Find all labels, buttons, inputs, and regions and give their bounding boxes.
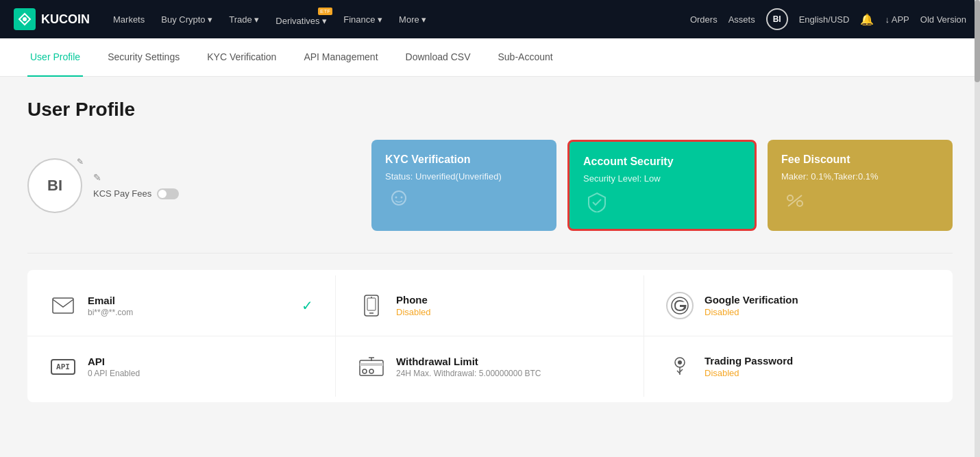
card-kyc-title: KYC Verification (385, 153, 543, 166)
tab-security-settings[interactable]: Security Settings (105, 38, 182, 77)
card-kyc[interactable]: KYC Verification Status: Unverified(Unve… (371, 140, 556, 231)
navbar-left: KUCOIN Markets Buy Crypto ▾ Trade ▾ ETF … (14, 8, 433, 30)
api-value: 0 API Enabled (88, 369, 140, 378)
tab-sub-account[interactable]: Sub-Account (495, 38, 555, 77)
email-icon (49, 292, 77, 319)
api-info: API 0 API Enabled (88, 356, 140, 378)
main-content: User Profile BI ✎ ✎ KCS Pay Fees KYC Ver… (0, 77, 980, 457)
security-row-2: API API 0 API Enabled (27, 336, 953, 397)
svg-point-17 (369, 369, 373, 373)
card-kyc-subtitle: Status: Unverified(Unverified) (385, 171, 543, 182)
nav-links: Markets Buy Crypto ▾ Trade ▾ ETF Derivat… (106, 9, 433, 30)
withdrawal-icon (358, 353, 385, 380)
sub-navbar: User Profile Security Settings KYC Verif… (0, 38, 980, 77)
phone-icon (358, 292, 385, 319)
trading-password-title: Trading Password (705, 355, 793, 367)
security-item-trading-password[interactable]: Trading Password Disabled (644, 336, 953, 397)
svg-rect-15 (360, 363, 383, 366)
google-info: Google Verification Disabled (705, 294, 798, 317)
etf-badge: ETF (318, 8, 332, 15)
svg-rect-8 (53, 298, 73, 313)
navbar-right: Orders Assets BI English/USD 🔔 ↓ APP Old… (690, 8, 966, 30)
security-item-email[interactable]: Email bi**@**.com ✓ (27, 275, 336, 336)
withdrawal-info: Withdrawal Limit 24H Max. Withdrawal: 5.… (396, 356, 541, 378)
api-icon: API (49, 353, 77, 380)
tab-user-profile[interactable]: User Profile (27, 38, 83, 77)
nav-more[interactable]: More ▾ (392, 10, 433, 29)
profile-left: BI ✎ ✎ KCS Pay Fees (27, 158, 267, 213)
phone-status: Disabled (396, 307, 431, 317)
security-item-phone[interactable]: Phone Disabled (336, 275, 644, 336)
profile-info: ✎ KCS Pay Fees (93, 172, 179, 199)
kcs-toggle[interactable] (157, 188, 179, 199)
notification-bell-icon[interactable]: 🔔 (860, 13, 874, 26)
tab-download-csv[interactable]: Download CSV (403, 38, 474, 77)
nav-trade[interactable]: Trade ▾ (222, 10, 266, 29)
logo[interactable]: KUCOIN (14, 8, 90, 30)
withdrawal-value: 24H Max. Withdrawal: 5.00000000 BTC (396, 369, 541, 378)
svg-point-24 (678, 360, 682, 365)
svg-point-2 (392, 191, 406, 205)
kcs-label: KCS Pay Fees (93, 188, 151, 199)
api-title: API (88, 356, 140, 367)
email-info: Email bi**@**.com (88, 295, 133, 317)
google-title: Google Verification (705, 294, 798, 306)
card-fee-title: Fee Discount (781, 153, 939, 166)
divider (27, 253, 953, 254)
tab-api-management[interactable]: API Management (301, 38, 380, 77)
avatar-initials: BI (47, 177, 62, 195)
navbar: KUCOIN Markets Buy Crypto ▾ Trade ▾ ETF … (0, 0, 980, 38)
card-fee-subtitle: Maker: 0.1%,Taker:0.1% (781, 171, 939, 182)
avatar-edit-icon[interactable]: ✎ (77, 157, 84, 166)
trading-password-icon (666, 353, 694, 380)
logo-icon (14, 8, 36, 30)
logo-text: KUCOIN (41, 12, 90, 27)
old-version-link[interactable]: Old Version (920, 14, 966, 25)
phone-title: Phone (396, 294, 431, 306)
security-item-google[interactable]: Google Verification Disabled (644, 275, 953, 336)
svg-point-16 (363, 369, 367, 373)
profile-edit-icon[interactable]: ✎ (93, 172, 179, 183)
card-security-subtitle: Security Level: Low (583, 173, 741, 184)
trading-password-info: Trading Password Disabled (705, 355, 793, 378)
svg-point-3 (395, 197, 397, 199)
user-avatar-button[interactable]: BI (766, 8, 788, 30)
language-selector[interactable]: English/USD (799, 14, 850, 25)
svg-point-6 (797, 201, 803, 206)
scrollbar-thumb[interactable] (975, 0, 980, 82)
card-fee[interactable]: Fee Discount Maker: 0.1%,Taker:0.1% (768, 140, 953, 231)
card-security[interactable]: Account Security Security Level: Low (567, 140, 757, 231)
nav-orders[interactable]: Orders (690, 14, 718, 25)
withdrawal-title: Withdrawal Limit (396, 356, 541, 367)
download-app-button[interactable]: ↓ APP (885, 14, 909, 25)
google-icon (666, 292, 694, 319)
nav-assets[interactable]: Assets (728, 14, 755, 25)
google-status: Disabled (705, 307, 798, 317)
cards-row: KYC Verification Status: Unverified(Unve… (371, 140, 953, 231)
security-grid: Email bi**@**.com ✓ Phone Disa (27, 270, 953, 402)
nav-derivatives[interactable]: ETF Derivatives ▾ (269, 9, 334, 30)
nav-finance[interactable]: Finance ▾ (336, 10, 389, 29)
nav-markets[interactable]: Markets (106, 10, 151, 29)
kcs-row: KCS Pay Fees (93, 188, 179, 199)
trading-password-status: Disabled (705, 368, 793, 378)
page-title: User Profile (27, 99, 953, 121)
nav-buy-crypto[interactable]: Buy Crypto ▾ (154, 10, 219, 29)
security-item-api[interactable]: API API 0 API Enabled (27, 336, 336, 397)
security-row-1: Email bi**@**.com ✓ Phone Disa (27, 275, 953, 336)
card-security-title: Account Security (583, 156, 741, 168)
profile-cards-row: BI ✎ ✎ KCS Pay Fees KYC Verification Sta… (27, 140, 953, 231)
svg-rect-11 (367, 298, 376, 310)
svg-point-12 (371, 297, 372, 298)
email-title: Email (88, 295, 133, 306)
security-item-withdrawal[interactable]: Withdrawal Limit 24H Max. Withdrawal: 5.… (336, 336, 644, 397)
svg-point-1 (23, 17, 27, 21)
email-value: bi**@**.com (88, 308, 133, 317)
scrollbar[interactable] (975, 0, 980, 457)
phone-info: Phone Disabled (396, 294, 431, 317)
svg-point-5 (787, 195, 793, 201)
svg-point-4 (401, 197, 403, 199)
avatar[interactable]: BI ✎ (27, 158, 82, 213)
email-verified-icon: ✓ (302, 297, 313, 314)
tab-kyc-verification[interactable]: KYC Verification (204, 38, 279, 77)
